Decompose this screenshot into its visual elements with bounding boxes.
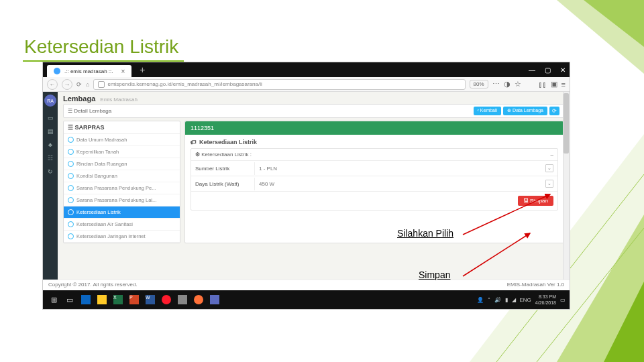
tray-wifi-icon[interactable]: ◢ bbox=[512, 297, 516, 303]
windows-taskbar: ⊞ ▭ X P W 👤 ˄ 🔊 ▮ ◢ ENG 8:33 PM 4/26/201… bbox=[43, 290, 570, 309]
start-button[interactable]: ⊞ bbox=[47, 293, 60, 306]
sarpras-header: ☰ SARPRAS bbox=[64, 121, 180, 134]
edge-icon[interactable] bbox=[79, 293, 93, 306]
app-sidebar: RA ▭ ▤ ♣ ☷ ↻ bbox=[43, 92, 58, 280]
tab-favicon bbox=[54, 68, 60, 74]
page-scrollbar[interactable] bbox=[563, 92, 570, 280]
sidebar-icon-5[interactable]: ↻ bbox=[48, 168, 53, 175]
slide-title: Ketersedian Listrik bbox=[24, 36, 178, 58]
detail-bar: ☰ Detail Lembaga ‹ Kembali ⊕ Data Lembag… bbox=[63, 104, 564, 118]
url-bar[interactable]: emispendis.kemenag.go.id/emis_madrasah_m… bbox=[93, 79, 465, 90]
copyright: Copyright © 2017. All rights reserved. bbox=[48, 282, 138, 289]
zoom-level[interactable]: 80% bbox=[470, 80, 488, 88]
dropdown-daya-listrik[interactable]: ⌄ bbox=[545, 180, 553, 188]
nav-home-button[interactable]: ⌂ bbox=[86, 81, 89, 88]
dropdown-sumber-listrik[interactable]: ⌄ bbox=[545, 164, 553, 172]
tray-lang[interactable]: ENG bbox=[520, 297, 531, 303]
tray-notification-icon[interactable]: ▭ bbox=[560, 297, 566, 303]
label-daya-listrik: Daya Listrik (Watt) bbox=[191, 178, 255, 190]
breadcrumb: Lembaga Emis Madrasah bbox=[63, 95, 564, 103]
tray-clock[interactable]: 8:33 PM 4/26/2018 bbox=[535, 294, 556, 306]
tab-title: .:: emis madrasah ::. bbox=[64, 68, 113, 74]
detail-label: ☰ Detail Lembaga bbox=[68, 108, 111, 114]
nav-forward-button[interactable]: → bbox=[62, 79, 72, 90]
library-icon[interactable]: ⫿⫿ bbox=[539, 80, 547, 88]
tab-close-icon[interactable]: × bbox=[121, 68, 125, 75]
title-underline bbox=[23, 60, 184, 62]
tray-volume-icon[interactable]: 🔊 bbox=[494, 297, 501, 303]
menu-kepemilikan-tanah[interactable]: Kepemilikan Tanah bbox=[64, 146, 180, 158]
reader-icon[interactable]: ◑ bbox=[504, 80, 511, 88]
collapse-icon[interactable]: – bbox=[551, 152, 553, 158]
opera-icon[interactable] bbox=[160, 293, 173, 306]
value-sumber-listrik: 1 - PLN bbox=[259, 166, 277, 172]
menu-sarpras-lai[interactable]: Sarana Prasarana Pendukung Lai... bbox=[64, 194, 180, 206]
powerpoint-icon[interactable]: P bbox=[127, 293, 141, 306]
window-minimize-icon[interactable]: — bbox=[529, 66, 535, 74]
sidebar-icon-1[interactable]: ▭ bbox=[48, 115, 54, 121]
nav-back-button[interactable]: ← bbox=[47, 79, 58, 90]
section-title: 🏷Ketersediaan Listrik bbox=[191, 139, 558, 145]
site-info-icon[interactable] bbox=[98, 81, 105, 88]
url-text: emispendis.kemenag.go.id/emis_madrasah_m… bbox=[107, 81, 262, 87]
explorer-icon[interactable] bbox=[95, 293, 109, 306]
browser-navbar: ← → ⟳ ⌂ emispendis.kemenag.go.id/emis_ma… bbox=[43, 77, 570, 92]
overflow-menu-icon[interactable]: ⋯ bbox=[492, 80, 500, 88]
menu-icon[interactable]: ≡ bbox=[561, 80, 566, 88]
institution-id: 1112351 bbox=[185, 121, 564, 135]
menu-sarpras-pe[interactable]: Sarana Prasarana Pendukung Pe... bbox=[64, 182, 180, 194]
tray-battery-icon[interactable]: ▮ bbox=[505, 297, 508, 303]
form-subheader: ⚙ Ketersediaan Listrik :– bbox=[191, 149, 557, 161]
breadcrumb-sub: Emis Madrasah bbox=[100, 97, 138, 103]
menu-ketersediaan-listrik[interactable]: Ketersediaan Listrik bbox=[64, 206, 180, 219]
menu-air-sanitasi[interactable]: Ketersediaan Air Sanitasi bbox=[64, 219, 180, 231]
settings-icon[interactable] bbox=[176, 293, 189, 306]
sidebar-icon[interactable]: ▣ bbox=[551, 80, 557, 88]
menu-rincian-ruangan[interactable]: Rincian Data Ruangan bbox=[64, 158, 180, 170]
version: EMIS-Madrasah Ver 1.0 bbox=[507, 282, 564, 289]
new-tab-button[interactable]: + bbox=[140, 64, 145, 75]
window-maximize-icon[interactable]: ▢ bbox=[545, 66, 551, 74]
sidebar-icon-4[interactable]: ☷ bbox=[48, 155, 53, 162]
value-daya-listrik: 450 W bbox=[259, 181, 274, 187]
annotation-pilih: Silahkan Pilih bbox=[397, 228, 453, 239]
data-lembaga-button[interactable]: ⊕ Data Lembaga bbox=[503, 107, 547, 115]
menu-data-umum[interactable]: Data Umum Madrasah bbox=[64, 134, 180, 146]
paint-icon[interactable] bbox=[208, 293, 221, 306]
tray-people-icon[interactable]: 👤 bbox=[477, 297, 484, 303]
window-close-icon[interactable]: ✕ bbox=[560, 66, 566, 74]
menu-kondisi-bangunan[interactable]: Kondisi Bangunan bbox=[64, 170, 180, 182]
sidebar-icon-2[interactable]: ▤ bbox=[48, 128, 54, 135]
firefox-icon[interactable] bbox=[192, 293, 205, 306]
row-sumber-listrik: Sumber Listrik 1 - PLN⌄ bbox=[191, 161, 557, 176]
bookmark-star-icon[interactable]: ☆ bbox=[515, 80, 521, 88]
sidebar-icon-3[interactable]: ♣ bbox=[48, 141, 52, 148]
avatar-icon[interactable]: RA bbox=[44, 95, 56, 107]
window-titlebar: .:: emis madrasah ::. × + — ▢ ✕ bbox=[43, 62, 570, 77]
refresh-button[interactable]: ⟳ bbox=[549, 107, 559, 115]
nav-reload-button[interactable]: ⟳ bbox=[76, 81, 82, 88]
excel-icon[interactable]: X bbox=[111, 293, 125, 306]
back-button[interactable]: ‹ Kembali bbox=[474, 107, 502, 115]
breadcrumb-main: Lembaga bbox=[63, 95, 95, 103]
arrow-simpan bbox=[456, 228, 543, 282]
word-icon[interactable]: W bbox=[144, 293, 157, 306]
label-sumber-listrik: Sumber Listrik bbox=[191, 162, 255, 175]
menu-jaringan-internet[interactable]: Ketersediaan Jaringan Internet bbox=[64, 231, 180, 243]
svg-line-8 bbox=[463, 233, 530, 276]
sarpras-panel: ☰ SARPRAS Data Umum Madrasah Kepemilikan… bbox=[63, 121, 180, 243]
annotation-simpan: Simpan bbox=[419, 269, 450, 280]
browser-tab[interactable]: .:: emis madrasah ::. × bbox=[47, 65, 131, 77]
task-view-icon[interactable]: ▭ bbox=[63, 293, 76, 306]
tray-up-icon[interactable]: ˄ bbox=[488, 297, 490, 303]
tag-icon: 🏷 bbox=[191, 139, 197, 145]
